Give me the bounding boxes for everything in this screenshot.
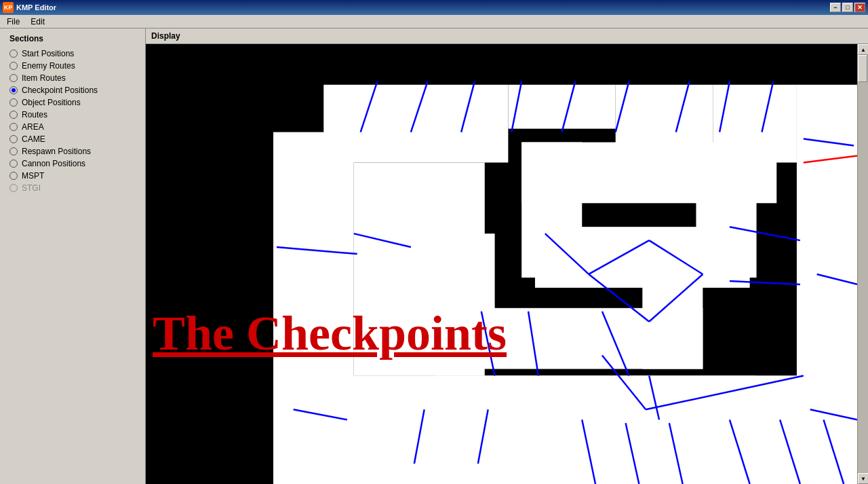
main-layout: Sections Start Positions Enemy Routes It…	[0, 29, 868, 484]
close-button[interactable]: ✕	[854, 3, 865, 12]
radio-cannon-positions[interactable]	[9, 160, 18, 168]
svg-line-59	[730, 227, 800, 240]
svg-line-45	[562, 81, 576, 132]
svg-line-66	[414, 409, 425, 464]
svg-line-62	[481, 312, 495, 376]
svg-line-51	[804, 155, 857, 162]
sidebar-item-respawn-positions[interactable]: Respawn Positions	[0, 145, 145, 157]
svg-line-44	[511, 81, 521, 132]
radio-object-positions[interactable]	[9, 98, 18, 107]
svg-line-50	[804, 139, 854, 146]
menu-file[interactable]: File	[1, 16, 25, 28]
svg-line-46	[616, 81, 629, 132]
svg-line-67	[478, 409, 488, 464]
app-icon: KP	[3, 2, 14, 13]
radio-item-routes[interactable]	[9, 74, 18, 82]
radio-routes[interactable]	[9, 111, 18, 119]
svg-line-74	[810, 409, 857, 420]
display-header: Display	[146, 29, 868, 44]
svg-line-49	[762, 81, 773, 132]
svg-line-56	[649, 240, 703, 274]
scroll-thumb[interactable]	[858, 55, 867, 82]
display-area[interactable]: .track { fill: white; } .hole { fill: bl…	[146, 44, 857, 484]
svg-line-58	[649, 274, 703, 322]
svg-line-57	[589, 274, 649, 322]
content-area: Display	[146, 29, 868, 484]
svg-line-75	[294, 409, 347, 420]
svg-line-61	[817, 274, 857, 284]
svg-line-53	[354, 234, 411, 247]
radio-mspt[interactable]	[9, 172, 18, 180]
sidebar-item-checkpoint-positions[interactable]: Checkpoint Positions	[0, 84, 145, 96]
scroll-down-button[interactable]: ▼	[858, 473, 868, 484]
sidebar-item-enemy-routes[interactable]: Enemy Routes	[0, 60, 145, 72]
sidebar-item-start-positions[interactable]: Start Positions	[0, 48, 145, 60]
svg-line-63	[528, 312, 538, 376]
radio-area[interactable]	[9, 123, 18, 131]
svg-line-42	[411, 81, 428, 132]
svg-line-71	[730, 420, 750, 484]
title-bar-left: KP KMP Editor	[3, 2, 56, 13]
svg-line-43	[461, 81, 475, 132]
radio-respawn-positions[interactable]	[9, 147, 18, 155]
svg-line-64	[602, 312, 629, 376]
sidebar-item-came[interactable]: CAME	[0, 133, 145, 145]
svg-line-65	[649, 375, 659, 420]
radio-stgi	[9, 184, 18, 192]
sidebar-item-item-routes[interactable]: Item Routes	[0, 72, 145, 84]
radio-enemy-routes[interactable]	[9, 62, 18, 70]
maximize-button[interactable]: □	[842, 3, 853, 12]
minimize-button[interactable]: −	[830, 3, 841, 12]
sidebar-item-cannon-positions[interactable]: Cannon Positions	[0, 157, 145, 170]
title-bar: KP KMP Editor − □ ✕	[0, 0, 868, 15]
radio-came[interactable]	[9, 135, 18, 143]
sidebar: Sections Start Positions Enemy Routes It…	[0, 29, 146, 484]
window-title: KMP Editor	[16, 3, 56, 12]
window-controls: − □ ✕	[830, 3, 865, 12]
svg-line-48	[719, 81, 730, 132]
svg-line-55	[589, 240, 649, 274]
sidebar-item-stgi: STGI	[0, 182, 145, 194]
scroll-up-button[interactable]: ▲	[858, 44, 868, 55]
svg-line-77	[646, 375, 804, 409]
svg-line-70	[669, 423, 683, 484]
checkpoint-lines	[146, 44, 857, 484]
svg-line-69	[626, 423, 639, 484]
scroll-track[interactable]	[858, 55, 868, 473]
svg-line-47	[676, 81, 690, 132]
svg-line-72	[780, 420, 800, 484]
sidebar-item-area[interactable]: AREA	[0, 121, 145, 133]
svg-line-60	[730, 281, 800, 284]
svg-line-68	[582, 420, 595, 484]
sidebar-item-mspt[interactable]: MSPT	[0, 170, 145, 182]
vertical-scrollbar[interactable]: ▲ ▼	[857, 44, 868, 484]
radio-checkpoint-positions[interactable]	[9, 86, 18, 94]
sidebar-item-routes[interactable]: Routes	[0, 109, 145, 121]
radio-start-positions[interactable]	[9, 50, 18, 58]
sections-header: Sections	[0, 31, 145, 48]
svg-line-52	[277, 247, 357, 254]
svg-line-41	[361, 81, 378, 132]
svg-line-73	[824, 420, 844, 484]
svg-line-54	[545, 234, 589, 274]
menu-edit[interactable]: Edit	[25, 16, 50, 28]
menu-bar: File Edit	[0, 15, 868, 29]
sidebar-item-object-positions[interactable]: Object Positions	[0, 96, 145, 109]
